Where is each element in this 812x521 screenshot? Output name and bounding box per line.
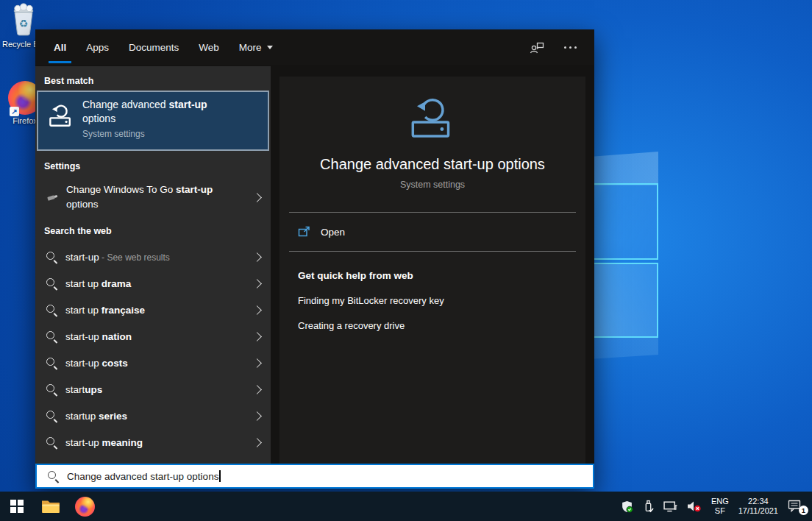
chevron-right-icon[interactable] <box>252 305 262 315</box>
taskbar-file-explorer[interactable] <box>34 492 68 521</box>
help-link[interactable]: Creating a recovery drive <box>298 320 567 331</box>
ellipsis-icon[interactable] <box>564 46 577 49</box>
help-section-header: Get quick help from web <box>298 270 567 281</box>
search-filter-tabs: All Apps Documents Web More <box>35 29 594 65</box>
web-suggestion[interactable]: startups <box>35 376 271 403</box>
advanced-startup-icon <box>410 95 455 141</box>
firefox-icon <box>75 497 95 517</box>
security-shield-icon[interactable] <box>621 500 633 513</box>
desktop: ♻ Recycle Bin ↗ Firefox All Apps Documen… <box>0 0 812 521</box>
chevron-right-icon[interactable] <box>252 193 262 202</box>
result-subtitle: System settings <box>82 129 229 139</box>
web-suggestion[interactable]: start up drama <box>35 270 271 297</box>
result-title: Change advanced start-up options <box>82 98 229 126</box>
start-button[interactable] <box>0 492 34 521</box>
tab-documents[interactable]: Documents <box>129 29 179 65</box>
chevron-down-icon <box>267 46 273 49</box>
section-header-search-web: Search the web <box>35 219 271 244</box>
preview-subtitle: System settings <box>400 180 465 190</box>
web-suggestion[interactable]: start-up nation <box>35 323 271 350</box>
text-caret <box>219 470 221 482</box>
volume-muted-icon[interactable] <box>687 500 702 512</box>
settings-result[interactable]: Change Windows To Go start-up options <box>35 176 271 219</box>
system-tray: ENG SF 22:34 17/11/2021 1 <box>621 497 812 516</box>
recycle-bin-icon: ♻ <box>10 3 38 37</box>
network-icon[interactable] <box>663 500 677 512</box>
section-header-best-match: Best match <box>35 66 271 91</box>
shortcut-arrow-badge: ↗ <box>10 107 19 116</box>
search-icon <box>46 277 58 290</box>
date: 17/11/2021 <box>738 506 778 516</box>
preview-title: Change advanced start-up options <box>320 156 545 173</box>
taskbar: ENG SF 22:34 17/11/2021 1 <box>0 492 812 521</box>
result-title: Change Windows To Go start-up options <box>66 182 234 212</box>
section-header-settings: Settings <box>35 151 271 176</box>
web-suggestion[interactable]: startup series <box>35 403 271 429</box>
search-icon <box>46 304 58 316</box>
search-results-column: Best match Change advanced start-up opti… <box>35 66 271 464</box>
chevron-right-icon[interactable] <box>252 279 262 288</box>
search-icon <box>46 330 58 343</box>
chevron-right-icon[interactable] <box>252 252 262 262</box>
advanced-startup-icon <box>49 103 74 128</box>
search-icon <box>46 357 58 369</box>
search-icon <box>46 410 58 422</box>
web-suggestion[interactable]: start-up - See web results <box>35 244 271 270</box>
tab-apps[interactable]: Apps <box>86 29 109 65</box>
account-feedback-icon[interactable] <box>529 40 545 54</box>
search-flyout: All Apps Documents Web More Best match <box>35 29 594 489</box>
notification-badge: 1 <box>799 506 808 515</box>
clock[interactable]: 22:34 17/11/2021 <box>738 497 778 516</box>
search-icon <box>46 383 58 396</box>
open-action[interactable]: Open <box>279 213 585 251</box>
chevron-right-icon[interactable] <box>252 385 262 394</box>
preview-panel: Change advanced start-up options System … <box>279 77 585 464</box>
time: 22:34 <box>738 497 778 506</box>
chevron-right-icon[interactable] <box>252 411 262 421</box>
chevron-right-icon[interactable] <box>252 438 262 447</box>
usb-eject-icon[interactable] <box>643 500 654 513</box>
language-indicator[interactable]: ENG SF <box>711 497 729 516</box>
help-link[interactable]: Finding my BitLocker recovery key <box>298 295 567 306</box>
web-suggestion[interactable]: start up française <box>35 297 271 323</box>
file-explorer-icon <box>41 499 60 514</box>
search-icon <box>46 436 58 449</box>
web-suggestion[interactable]: start-up meaning <box>35 429 271 456</box>
search-icon <box>47 470 60 483</box>
tab-web[interactable]: Web <box>199 29 219 65</box>
open-label: Open <box>321 227 345 238</box>
windows-logo-icon <box>10 500 24 513</box>
action-center-icon[interactable]: 1 <box>788 500 803 513</box>
search-input[interactable]: Change advanced start-up options <box>35 464 594 489</box>
tab-all[interactable]: All <box>54 29 66 65</box>
tab-more[interactable]: More <box>239 29 273 65</box>
windows-to-go-icon <box>46 191 59 203</box>
best-match-result[interactable]: Change advanced start-up options System … <box>37 91 269 151</box>
chevron-right-icon[interactable] <box>252 358 262 368</box>
taskbar-firefox[interactable] <box>68 492 102 521</box>
web-suggestion[interactable]: start-up costs <box>35 350 271 376</box>
search-icon <box>46 251 58 263</box>
search-query-text: Change advanced start-up options <box>67 471 218 482</box>
chevron-right-icon[interactable] <box>252 332 262 341</box>
open-external-icon <box>298 226 310 238</box>
svg-text:♻: ♻ <box>19 18 29 29</box>
